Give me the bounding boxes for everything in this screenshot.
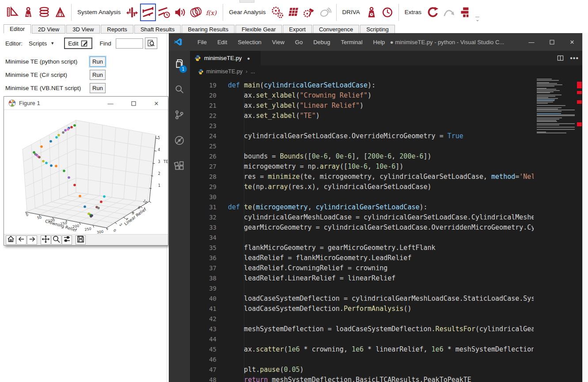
minimap-line bbox=[537, 80, 559, 81]
figure-close-button[interactable]: ✕ bbox=[145, 97, 168, 110]
vscode-titlebar[interactable]: FileEditSelectionViewGoDebugTerminalHelp… bbox=[169, 33, 582, 51]
toolbar-button-materials-database[interactable] bbox=[36, 4, 52, 21]
tab-scripting[interactable]: Scripting bbox=[360, 25, 395, 34]
toolbar-button-acoustics[interactable] bbox=[172, 4, 188, 21]
figure-minimize-button[interactable]: — bbox=[99, 97, 122, 110]
svg-text:0: 0 bbox=[113, 228, 117, 233]
pan-icon bbox=[42, 235, 50, 245]
toolbar-button-design-ruler[interactable] bbox=[4, 4, 20, 21]
run-button[interactable]: Run bbox=[90, 57, 106, 67]
toolbar-button-gear-whine[interactable] bbox=[317, 4, 333, 21]
toolbar-button-mass-kg[interactable]: kg bbox=[20, 4, 36, 21]
code-line: 42 bbox=[190, 314, 534, 324]
toolbar-button-response-curve[interactable] bbox=[441, 4, 457, 21]
toolbar-overflow-chevron-icon[interactable]: ⌄ bbox=[475, 17, 479, 22]
line-number: 25 bbox=[190, 141, 216, 151]
split-editor-icon[interactable] bbox=[557, 55, 564, 61]
line-number: 45 bbox=[190, 344, 216, 355]
find-input[interactable] bbox=[116, 38, 143, 49]
tab-3d-view[interactable]: 3D View bbox=[66, 25, 100, 34]
mpl-pan-button[interactable] bbox=[41, 235, 51, 245]
editor-toolbar-row: Editor: Scripts ▼ Edit Find bbox=[5, 37, 157, 49]
activity-source-control-icon[interactable] bbox=[169, 102, 190, 128]
vscode-close-button[interactable]: ✕ bbox=[562, 33, 582, 51]
edit-pencil-icon bbox=[81, 40, 88, 47]
vscode-minimize-button[interactable]: — bbox=[521, 33, 542, 51]
tab-flexible-gear[interactable]: Flexible Gear bbox=[235, 25, 282, 34]
tab-2d-view[interactable]: 2D View bbox=[32, 25, 65, 34]
find-search-button[interactable] bbox=[145, 38, 157, 49]
toolbar-button-gear-macro[interactable] bbox=[269, 4, 285, 21]
toolbar-button-rotor-dynamics[interactable] bbox=[188, 4, 204, 21]
figure-window-title: Figure 1 bbox=[19, 100, 40, 106]
mass-kg-icon: kg bbox=[22, 6, 35, 19]
dirty-indicator-icon: ● bbox=[247, 56, 250, 61]
activity-extensions-icon[interactable] bbox=[169, 153, 190, 179]
toolbar-button-system-deflection[interactable] bbox=[140, 4, 156, 21]
toolbar-button-power-flow[interactable] bbox=[124, 4, 140, 21]
activity-explorer-icon[interactable]: 1 bbox=[169, 51, 190, 76]
tab-reports[interactable]: Reports bbox=[101, 25, 133, 34]
toolbar-button-refresh[interactable] bbox=[425, 4, 441, 21]
mpl-forward-button[interactable] bbox=[27, 235, 37, 245]
mpl-save-button[interactable] bbox=[76, 235, 86, 245]
scripts-dropdown[interactable]: Scripts ▼ bbox=[29, 40, 54, 47]
code-line: 43 meshSystemDeflection = loadCaseSystem… bbox=[190, 324, 534, 334]
toolbar-button-parametric-study[interactable]: f(x) bbox=[204, 4, 220, 21]
refresh-icon bbox=[426, 6, 440, 19]
run-button[interactable]: Run bbox=[90, 83, 106, 93]
code-line: 45 ax.scatter(1e6 * crowning, 1e6 * line… bbox=[190, 344, 534, 355]
tab-bearing-results[interactable]: Bearing Results bbox=[182, 25, 235, 34]
tab-shaft-results[interactable]: Shaft Results bbox=[134, 25, 181, 34]
app-scrollbar-strip[interactable] bbox=[582, 33, 588, 382]
line-number: 19 bbox=[190, 80, 216, 91]
matplotlib-toolbar bbox=[4, 234, 168, 245]
toolbar-button-fe-mesh[interactable] bbox=[52, 4, 68, 21]
menu-edit[interactable]: Edit bbox=[212, 39, 232, 45]
menu-go[interactable]: Go bbox=[290, 39, 308, 45]
run-button[interactable]: Run bbox=[90, 70, 106, 80]
mpl-back-button[interactable] bbox=[16, 235, 27, 245]
tab-editor[interactable]: Editor bbox=[4, 24, 31, 34]
more-actions-icon[interactable]: ••• bbox=[570, 54, 579, 62]
edit-button[interactable]: Edit bbox=[64, 38, 92, 49]
menu-selection[interactable]: Selection bbox=[232, 39, 266, 45]
tab-export[interactable]: Export bbox=[283, 25, 312, 34]
tab-filename: minimiseTE.py bbox=[204, 55, 242, 61]
toolbar-button-advanced-system-deflection[interactable] bbox=[156, 4, 172, 21]
menu-debug[interactable]: Debug bbox=[308, 39, 335, 45]
menu-file[interactable]: File bbox=[192, 39, 212, 45]
toolbar-button-gear-micro-grid[interactable] bbox=[285, 4, 301, 21]
code-line: 33 gearMicroGeometry = cylindricalGearSe… bbox=[190, 223, 534, 233]
home-icon bbox=[7, 235, 15, 245]
overview-ruler[interactable] bbox=[577, 78, 582, 382]
activity-debug-icon[interactable] bbox=[169, 128, 190, 153]
breadcrumb[interactable]: minimiseTE.py › ... bbox=[190, 65, 582, 78]
code-editor[interactable]: 19def main(cylindricalGearSetLoadCase):2… bbox=[190, 78, 582, 382]
vscode-maximize-button[interactable] bbox=[542, 33, 562, 51]
mpl-zoom-button[interactable] bbox=[51, 235, 61, 245]
figure-titlebar[interactable]: Figure 1 — ✕ bbox=[4, 97, 168, 110]
minimap[interactable] bbox=[535, 78, 577, 382]
python-file-icon bbox=[198, 69, 204, 75]
line-number: 24 bbox=[190, 131, 216, 141]
code-line: 37 leadRelief.CrowningRelief = crowning bbox=[190, 263, 534, 273]
minimap-line bbox=[537, 92, 550, 93]
svg-text:1: 1 bbox=[158, 184, 160, 188]
toolbar-button-gear-manufacturing[interactable] bbox=[301, 4, 317, 21]
figure-maximize-button[interactable] bbox=[122, 97, 145, 110]
mpl-home-button[interactable] bbox=[6, 235, 16, 245]
menu-view[interactable]: View bbox=[267, 39, 290, 45]
editor-tab-minimiseTE[interactable]: minimiseTE.py ● bbox=[190, 51, 261, 65]
toolbar-button-layers[interactable] bbox=[457, 4, 473, 21]
error-mark bbox=[577, 122, 582, 126]
toolbar-button-run-up-clock[interactable] bbox=[379, 4, 395, 21]
toolbar-button-mass-clock[interactable] bbox=[364, 4, 379, 21]
ribbon-collapse-handle[interactable] bbox=[239, 0, 254, 3]
menu-terminal[interactable]: Terminal bbox=[335, 39, 368, 45]
tab-convergence[interactable]: Convergence bbox=[313, 25, 359, 34]
toolbar-group-label: DRIVA bbox=[342, 9, 360, 15]
breadcrumb-chevron-icon: › bbox=[246, 68, 247, 75]
mpl-configure-subplots-button[interactable] bbox=[62, 235, 72, 245]
activity-search-icon[interactable] bbox=[169, 76, 190, 102]
